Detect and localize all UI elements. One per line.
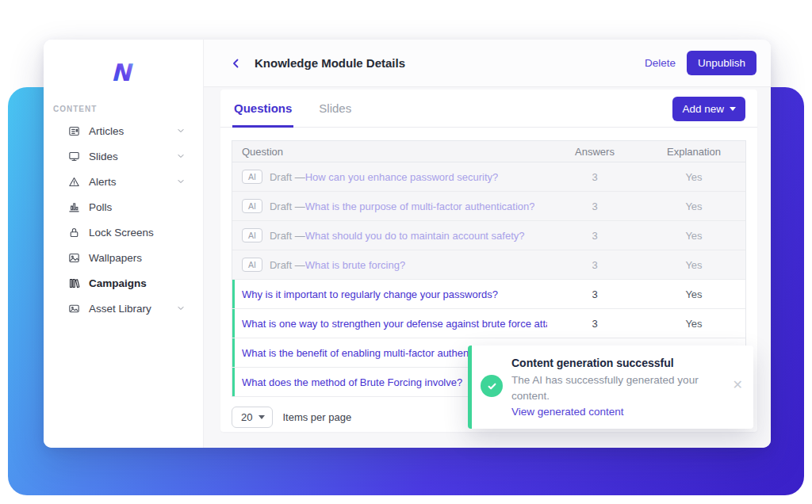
explanation-value: Yes [642,259,745,271]
question-cell: Why is it important to regularly change … [232,288,547,300]
sidebar-item-label: Alerts [89,176,176,188]
caret-down-icon [259,415,265,419]
sidebar-item-icon [67,175,81,189]
sidebar-item[interactable]: Articles [44,118,203,143]
unpublish-button[interactable]: Unpublish [687,51,756,75]
toast-title: Content generation successful [511,357,722,369]
chevron-down-icon [176,126,186,136]
tab[interactable]: Questions [232,101,293,128]
question-text: What is one way to strengthen your defen… [242,318,547,330]
tab[interactable]: Slides [317,101,353,128]
tab-label: Questions [234,101,292,115]
sidebar-item-label: Lock Screens [89,227,176,239]
sidebar-item-icon [67,277,81,290]
tab-label: Slides [319,101,351,115]
chevron-down-icon [176,151,186,161]
question-cell: AI Draft — What is brute forcing? [232,258,547,272]
page-title: Knowledge Module Details [255,56,405,70]
sidebar-item[interactable]: Lock Screens [44,220,203,245]
question-text: What does the method of Brute Forcing in… [242,376,462,388]
toast-notification: Content generation successful The AI has… [468,346,753,429]
ai-badge: AI [242,258,262,272]
table-row[interactable]: What is one way to strengthen your defen… [232,309,745,338]
chevron-down-icon [176,304,186,313]
page-size-select[interactable]: 20 [232,407,273,428]
question-cell: AI Draft — What is the purpose of multi-… [232,199,547,213]
tab-list: Questions Slides [232,101,377,127]
question-text: How can you enhance password security? [305,171,499,183]
add-new-label: Add new [682,103,724,115]
explanation-value: Yes [642,230,745,242]
sidebar-item[interactable]: Campaigns [44,270,203,296]
sidebar-item-icon [67,124,81,138]
question-text: What should you do to maintain account s… [305,230,525,242]
table-row[interactable]: AI Draft — What is brute forcing? 3 Yes [232,250,745,280]
question-cell: What is one way to strengthen your defen… [232,318,547,330]
table-row[interactable]: AI Draft — What should you do to maintai… [232,221,745,250]
draft-prefix: Draft — [270,200,305,212]
sidebar: N CONTENT Articles Slides Alerts Polls [44,40,204,448]
page-header: Knowledge Module Details Delete Unpublis… [204,40,771,87]
question-text: What is brute forcing? [305,259,405,271]
column-answers: Answers [547,146,642,158]
sidebar-section-label: CONTENT [44,94,203,118]
back-button[interactable] [229,56,243,71]
sidebar-item-label: Polls [89,201,176,213]
sidebar-item-label: Campaigns [89,277,176,289]
sidebar-item-label: Articles [89,125,176,137]
ai-badge: AI [242,199,262,213]
sidebar-item-icon [67,150,81,163]
sidebar-item-icon [67,302,81,315]
caret-down-icon [730,107,736,111]
ai-badge: AI [242,170,262,184]
app-logo: N [44,40,203,94]
table-header: Question Answers Explanation [232,141,745,162]
explanation-value: Yes [642,288,745,300]
sidebar-item-icon [67,200,81,214]
svg-text:N: N [111,59,133,86]
sidebar-item[interactable]: Wallpapers [44,245,203,270]
explanation-value: Yes [642,171,745,183]
table-row[interactable]: AI Draft — How can you enhance password … [232,162,745,192]
tabs: Questions Slides Add new [220,90,757,128]
answers-value: 3 [547,259,642,271]
close-icon[interactable]: ✕ [733,379,743,391]
answers-value: 3 [547,200,642,212]
sidebar-item-label: Slides [89,151,176,162]
success-check-icon [481,375,503,397]
sidebar-item[interactable]: Alerts [44,169,203,194]
table-row[interactable]: Why is it important to regularly change … [232,280,745,309]
toast-body: The AI has successfully generated your c… [511,372,722,403]
delete-button[interactable]: Delete [645,57,676,69]
draft-prefix: Draft — [270,171,305,183]
question-cell: AI Draft — What should you do to maintai… [232,228,547,242]
answers-value: 3 [547,318,642,330]
sidebar-item-label: Wallpapers [89,252,176,264]
table-row[interactable]: AI Draft — What is the purpose of multi-… [232,192,745,221]
column-question: Question [232,146,547,158]
sidebar-item[interactable]: Slides [44,143,203,169]
sidebar-item-icon [67,251,81,265]
question-text: What is the purpose of multi-factor auth… [305,200,535,212]
sidebar-items: Articles Slides Alerts Polls Lock Screen… [44,118,203,321]
sidebar-item[interactable]: Polls [44,194,203,220]
add-new-button[interactable]: Add new [672,97,745,121]
column-explanation: Explanation [642,146,745,158]
answers-value: 3 [547,230,642,242]
chevron-down-icon [176,177,186,186]
page-size-value: 20 [241,411,252,423]
draft-prefix: Draft — [270,259,305,271]
answers-value: 3 [547,171,642,183]
sidebar-item-label: Asset Library [89,303,176,315]
ai-badge: AI [242,228,262,242]
sidebar-item-icon [67,226,81,239]
sidebar-item[interactable]: Asset Library [44,296,203,321]
answers-value: 3 [547,288,642,300]
question-text: Why is it important to regularly change … [242,288,498,300]
items-per-page-label: Items per page [282,411,351,423]
view-generated-content-link[interactable]: View generated content [511,406,722,418]
draft-prefix: Draft — [270,230,305,242]
explanation-value: Yes [642,200,745,212]
question-cell: AI Draft — How can you enhance password … [232,170,547,184]
explanation-value: Yes [642,318,745,330]
